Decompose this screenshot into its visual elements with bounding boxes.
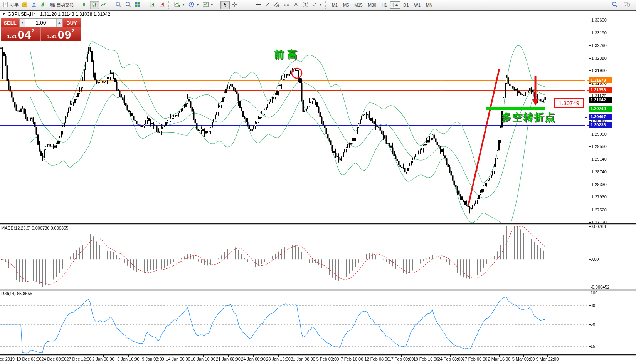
autotrading-icon xyxy=(49,2,56,8)
time-tick: 2 Mar 16:00 xyxy=(488,357,511,361)
timeframe-m1[interactable]: M1 xyxy=(329,1,340,9)
time-tick: 24 Jan 00:00 xyxy=(241,357,266,361)
svg-text:A: A xyxy=(294,2,298,7)
timeframe-mn[interactable]: MN xyxy=(423,1,435,9)
search-icon xyxy=(611,1,618,8)
zoom-out-button[interactable] xyxy=(123,1,133,9)
buy-price-display[interactable]: 1.31092 xyxy=(41,27,81,41)
time-tick: 9 Mar 22:00 xyxy=(536,357,559,361)
toolbar-separator xyxy=(168,1,171,9)
timeframe-m30[interactable]: M30 xyxy=(365,1,379,9)
price-badge: 1.31356 xyxy=(589,87,612,93)
autotrading-button[interactable]: 自动交易 xyxy=(48,1,75,9)
svg-text:E: E xyxy=(278,5,280,8)
arrows-button[interactable]: ▼ xyxy=(310,1,324,9)
price-badge: 1.30497 xyxy=(589,114,612,120)
toolbar: 订单 自动交易 ▼ ▼ ▼ E F A T ▼ M1M5M15M30H1H4D1… xyxy=(0,0,636,10)
toolbar-separator xyxy=(110,1,113,9)
one-click-trading-panel: SELL ▼ 1.00 ▲ BUY 1.31042 1.31092 xyxy=(1,18,81,41)
sell-button[interactable]: SELL xyxy=(1,18,19,27)
zoom-in-button[interactable] xyxy=(114,1,123,9)
time-tick: 24 Feb 08:00 xyxy=(438,357,463,361)
vertical-line-button[interactable] xyxy=(244,1,254,9)
new-order-label: 订单 xyxy=(10,2,19,8)
cursor-button[interactable] xyxy=(220,1,230,9)
volume-increase-button[interactable]: ▲ xyxy=(56,19,62,27)
profile-icon xyxy=(31,2,37,8)
chart-ohlc: 1.31120 1.31143 1.31038 1.31042 xyxy=(40,12,110,17)
line-chart-button[interactable] xyxy=(99,1,108,9)
indicators-button[interactable]: ▼ xyxy=(172,1,187,9)
price-tick: 1.32790 xyxy=(591,43,607,48)
periods-caret: ▼ xyxy=(196,3,199,7)
signal-button[interactable] xyxy=(39,1,48,9)
chat-icon xyxy=(623,2,631,8)
fibonacci-icon: F xyxy=(283,2,290,8)
bar-chart-button[interactable] xyxy=(81,1,90,9)
metaeditor-icon xyxy=(22,2,28,8)
svg-text:F: F xyxy=(288,5,289,8)
timeframe-m15[interactable]: M15 xyxy=(352,1,365,9)
trendline-button[interactable] xyxy=(263,1,272,9)
buy-button[interactable]: BUY xyxy=(63,18,81,27)
horizontal-line-button[interactable] xyxy=(254,1,263,9)
equidistant-channel-button[interactable]: E xyxy=(272,1,282,9)
text-label-button[interactable]: T xyxy=(301,1,310,9)
volume-decrease-button[interactable]: ▼ xyxy=(20,19,25,27)
line-chart-icon xyxy=(101,2,107,8)
metaeditor-button[interactable] xyxy=(20,1,29,9)
auto-scroll-icon xyxy=(149,1,156,8)
periods-icon xyxy=(188,1,195,8)
time-tick: 6 Dec 2019 xyxy=(0,357,15,361)
profile-button[interactable] xyxy=(29,1,39,9)
candlestick-chart-icon xyxy=(91,2,98,8)
timeframe-m5[interactable]: M5 xyxy=(340,1,352,9)
chart-window-icon xyxy=(3,13,6,16)
timeframe-h1[interactable]: H1 xyxy=(379,1,390,9)
text-button[interactable]: A xyxy=(291,1,301,9)
chart-symbol: GBPUSD-,H4 xyxy=(8,12,36,17)
macd-tick: -0.006452 xyxy=(591,284,610,290)
crosshair-button[interactable] xyxy=(230,1,239,9)
sell-price-display[interactable]: 1.31042 xyxy=(1,27,40,41)
time-tick: 5 Mar 08:00 xyxy=(512,357,535,361)
time-tick: 21 Jan 08:00 xyxy=(216,357,241,361)
volume-value[interactable]: 1.00 xyxy=(25,19,56,27)
fibonacci-button[interactable]: F xyxy=(282,1,291,9)
rsi-tick: 15 xyxy=(591,344,595,349)
text-label-icon: T xyxy=(302,2,308,8)
autotrading-label: 自动交易 xyxy=(57,2,74,8)
timeframe-h4[interactable]: H4 xyxy=(390,1,400,9)
tile-windows-icon xyxy=(135,2,141,8)
periods-button[interactable]: ▼ xyxy=(187,1,201,9)
template-button[interactable]: ▼ xyxy=(201,1,215,9)
price-tick: 1.28330 xyxy=(591,182,607,187)
annotation-price-label[interactable]: 1.30749 xyxy=(554,98,584,108)
timeframe-w1[interactable]: W1 xyxy=(411,1,423,9)
arrows-caret: ▼ xyxy=(319,3,322,7)
toolbar-separator xyxy=(77,1,79,9)
macd-label: MACD(12,26,9) 0.006786 0.006355 xyxy=(1,226,68,230)
tile-windows-button[interactable] xyxy=(133,1,142,9)
search-button[interactable] xyxy=(610,1,619,9)
toolbar-separator xyxy=(241,1,243,9)
chart-shift-button[interactable] xyxy=(157,1,167,9)
time-tick: 28 Jan 16:00 xyxy=(266,357,291,361)
time-tick: 17 Feb 00:00 xyxy=(389,357,414,361)
new-order-button[interactable]: 订单 xyxy=(2,1,20,9)
chart-title: GBPUSD-,H4 1.31120 1.31143 1.31038 1.310… xyxy=(3,12,110,17)
time-tick: 12 Feb 08:00 xyxy=(365,357,390,361)
price-badge: 1.30236 xyxy=(589,122,612,128)
equidistant-channel-icon: E xyxy=(274,2,280,8)
rsi-label: RSI(14) 65.8655 xyxy=(1,291,32,296)
chart-canvas[interactable] xyxy=(0,0,636,364)
text-icon: A xyxy=(293,2,299,8)
auto-scroll-button[interactable] xyxy=(148,1,157,9)
timeframe-d1[interactable]: D1 xyxy=(400,1,411,9)
candlestick-chart-button[interactable] xyxy=(90,1,99,9)
chat-button[interactable] xyxy=(622,1,632,9)
annotation-prev-high[interactable]: 前高 xyxy=(274,48,300,61)
annotation-turning-point[interactable]: 多空转折点 xyxy=(501,111,555,124)
price-tick: 1.32380 xyxy=(591,55,607,61)
price-tick: 1.29550 xyxy=(591,144,607,149)
